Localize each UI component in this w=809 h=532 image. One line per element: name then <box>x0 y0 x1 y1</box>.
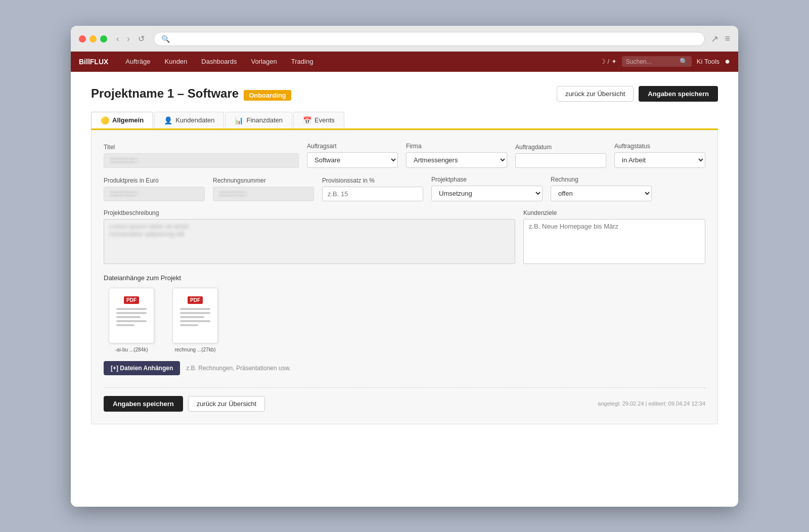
pdf-line <box>180 312 210 314</box>
footer-meta: angelegt: 29.02.24 | editiert: 09.04.24 … <box>598 401 705 407</box>
browser-chrome: ‹ › ↺ 🔍 www.billflux.de ↗ ≡ <box>71 26 738 52</box>
nav-item-vorlagen[interactable]: Vorlagen <box>244 52 284 72</box>
form-footer: Angaben speichern zurück zur Übersicht a… <box>104 387 705 412</box>
nav-item-trading[interactable]: Trading <box>284 52 321 72</box>
kundenziele-label: Kundenziele <box>523 209 705 216</box>
minimize-button[interactable] <box>89 35 97 42</box>
ki-tools-button[interactable]: Ki Tools <box>697 58 720 65</box>
kundendaten-tab-icon: 👤 <box>164 116 172 124</box>
forward-nav-button[interactable]: › <box>124 34 132 44</box>
pdf-line <box>116 320 147 322</box>
tab-kundendaten[interactable]: 👤 Kundendaten <box>154 112 224 128</box>
reload-button[interactable]: ↺ <box>135 34 148 44</box>
add-files-button[interactable]: [+] Dateien Anhängen <box>104 361 180 375</box>
nav-item-kunden[interactable]: Kunden <box>158 52 195 72</box>
rechnungsnummer-label: Rechnungsnummer <box>213 177 314 184</box>
auftragsart-label: Auftragsart <box>307 143 398 150</box>
pdf-icon-1: PDF <box>109 288 154 343</box>
rechnungsnummer-group: Rechnungsnummer <box>213 177 314 201</box>
back-nav-button[interactable]: ‹ <box>113 34 122 44</box>
titel-input[interactable] <box>104 153 299 168</box>
allgemein-tab-icon: 🟡 <box>101 116 109 124</box>
traffic-lights <box>79 35 107 42</box>
search-submit-icon[interactable]: 🔍 <box>680 58 688 65</box>
add-files-hint: z.B. Rechnungen, Präsentationen usw. <box>186 365 291 372</box>
events-tab-icon: 📅 <box>303 116 311 124</box>
auftragstatus-select[interactable]: in Arbeit abgeschlossen offen pausiert <box>614 152 705 168</box>
theme-toggle-icon[interactable]: ☽ / ✦ <box>600 58 617 65</box>
pdf-badge-1: PDF <box>124 296 139 304</box>
footer-actions: Angaben speichern zurück zur Übersicht <box>104 396 265 412</box>
rechnung-select[interactable]: offen bezahlt überfällig <box>551 186 652 201</box>
pdf-line <box>180 308 210 310</box>
attachment-item-1[interactable]: PDF -ai-bu ...(284k) <box>104 288 159 353</box>
close-button[interactable] <box>79 35 86 42</box>
projektbeschreibung-label: Projektbeschreibung <box>104 209 515 216</box>
pdf-line <box>116 324 134 326</box>
pdf-line <box>180 320 210 322</box>
auftragsart-select[interactable]: Software Hardware Beratung Support <box>307 152 398 168</box>
project-title: Projektname 1 – Software <box>91 86 239 101</box>
browser-actions: ↗ ≡ <box>711 33 730 45</box>
nav-items: Aufträge Kunden Dashboards Vorlagen Trad… <box>118 52 600 72</box>
maximize-button[interactable] <box>100 35 107 42</box>
tab-allgemein[interactable]: 🟡 Allgemein <box>91 112 153 128</box>
auftragstatus-label: Auftragstatus <box>614 143 705 150</box>
firma-group: Firma Artmessengers Other Company <box>406 143 507 168</box>
back-button-bottom[interactable]: zurück zur Übersicht <box>188 396 265 412</box>
attachments-grid: PDF -ai-bu ...(284k) <box>104 288 705 353</box>
rechnungsnummer-input[interactable] <box>213 187 314 201</box>
projektbeschreibung-textarea[interactable]: ​ <box>104 219 515 264</box>
attachment-item-2[interactable]: PDF rechnung ...(27kb) <box>167 288 223 353</box>
auftragsart-group: Auftragsart Software Hardware Beratung S… <box>307 143 398 168</box>
kundenziele-textarea[interactable] <box>523 219 705 264</box>
save-button-top[interactable]: Angaben speichern <box>639 86 718 102</box>
user-account-icon[interactable]: ● <box>725 56 730 67</box>
search-input[interactable] <box>626 58 677 65</box>
produktpreis-input[interactable] <box>104 187 205 201</box>
url-input[interactable]: www.billflux.de <box>174 35 698 43</box>
search-box[interactable]: 🔍 <box>622 56 692 67</box>
expand-icon[interactable]: ↗ <box>711 33 718 45</box>
nav-item-dashboards[interactable]: Dashboards <box>194 52 244 72</box>
pdf-lines-2 <box>180 308 210 326</box>
address-bar[interactable]: 🔍 www.billflux.de <box>154 32 705 46</box>
form-row-2: Produktpreis in Euro Rechnungsnummer Pro… <box>104 176 705 201</box>
nav-item-auftraege[interactable]: Aufträge <box>118 52 157 72</box>
tab-finanzdaten[interactable]: 📊 Finanzdaten <box>225 112 292 128</box>
allgemein-tab-label: Allgemein <box>112 116 144 124</box>
pdf-line <box>116 312 147 314</box>
titel-group: Titel <box>104 144 299 168</box>
auftragdatum-input[interactable]: 29.02.2024 <box>515 153 606 168</box>
produktpreis-label: Produktpreis in Euro <box>104 177 205 184</box>
page-content: Projektname 1 – Software Onboarding zurü… <box>71 72 738 507</box>
save-button-bottom[interactable]: Angaben speichern <box>104 396 183 412</box>
menu-icon[interactable]: ≡ <box>725 33 730 45</box>
projektphase-select[interactable]: Umsetzung Planung Abschluss <box>431 186 543 201</box>
pdf-badge-2: PDF <box>188 296 203 304</box>
rechnung-label: Rechnung <box>551 176 652 183</box>
provisionssatz-group: Provisionssatz in % <box>322 177 423 201</box>
onboarding-badge: Onboarding <box>244 90 291 101</box>
finanzdaten-tab-icon: 📊 <box>235 116 243 124</box>
back-to-overview-button[interactable]: zurück zur Übersicht <box>557 86 634 102</box>
projektphase-group: Projektphase Umsetzung Planung Abschluss <box>431 176 543 201</box>
brand-logo[interactable]: BillFLUX <box>79 58 108 66</box>
tab-events[interactable]: 📅 Events <box>293 112 344 128</box>
tabs: 🟡 Allgemein 👤 Kundendaten 📊 Finanzdaten … <box>91 112 718 130</box>
auftragdatum-label: Auftragdatum <box>515 144 606 151</box>
form-section: Titel Auftragsart Software Hardware Bera… <box>91 130 718 424</box>
rechnung-group: Rechnung offen bezahlt überfällig <box>551 176 652 201</box>
search-icon: 🔍 <box>161 35 170 43</box>
nav-buttons: ‹ › ↺ <box>113 34 148 44</box>
produktpreis-group: Produktpreis in Euro <box>104 177 205 201</box>
attachment-name-2: rechnung ...(27kb) <box>174 346 215 353</box>
provisionssatz-input[interactable] <box>322 187 423 201</box>
pdf-lines-1 <box>116 308 147 326</box>
titel-label: Titel <box>104 144 299 151</box>
projektphase-label: Projektphase <box>431 176 543 183</box>
firma-select[interactable]: Artmessengers Other Company <box>406 152 507 168</box>
nav-right: ☽ / ✦ 🔍 Ki Tools ● <box>600 56 730 67</box>
projektbeschreibung-group: Projektbeschreibung ​ <box>104 209 515 264</box>
finanzdaten-tab-label: Finanzdaten <box>246 116 283 124</box>
